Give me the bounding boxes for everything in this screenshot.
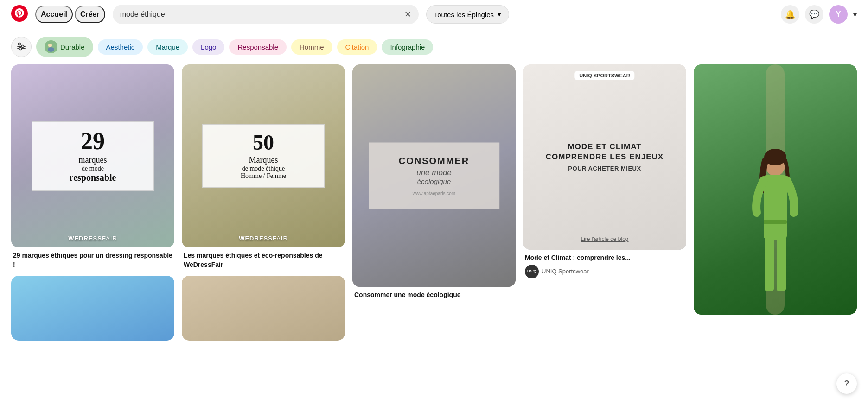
clear-icon: ✕: [404, 9, 411, 19]
chip-durable[interactable]: Durable: [36, 37, 93, 57]
svg-rect-13: [765, 236, 774, 291]
app-header: Accueil Créer ✕ Toutes les Épingles ▾ 🔔 …: [0, 0, 868, 29]
svg-point-5: [22, 45, 24, 47]
chat-icon: 💬: [809, 9, 819, 19]
pin-1-number: 29: [40, 129, 145, 153]
search-bar: ✕: [113, 5, 419, 24]
pin-2-title: Les marques éthiques et éco-reponsables …: [184, 251, 343, 269]
pin-card-2[interactable]: 50 Marques de mode éthique Homme / Femme…: [182, 64, 345, 341]
chip-homme-label: Homme: [300, 43, 324, 51]
pin-4-badge: UNIQ SPORTSWEAR: [574, 71, 634, 80]
chip-logo-label: Logo: [201, 43, 216, 51]
svg-point-9: [48, 47, 54, 52]
account-chevron-icon: ▾: [853, 10, 857, 19]
pin-4-overlay: MODE ET CLIMAT COMPRENDRE LES ENJEUX POU…: [535, 142, 674, 172]
svg-rect-14: [777, 236, 786, 291]
svg-point-8: [48, 44, 52, 47]
pin-1-title: 29 marques éthiques pour un dressing res…: [13, 251, 172, 269]
pin-partial-2[interactable]: [182, 276, 345, 341]
pin-3-overlay: CONSOMMER une mode écologique www.aptaep…: [369, 143, 499, 209]
dropdown-chevron-icon: ▾: [498, 10, 501, 19]
pin-card-4[interactable]: UNIQ SPORTSWEAR MODE ET CLIMAT COMPRENDR…: [523, 64, 686, 279]
svg-point-4: [19, 43, 21, 45]
main-nav: Accueil Créer: [35, 6, 105, 23]
chip-infographie[interactable]: Infographie: [382, 39, 433, 55]
chip-durable-image: [45, 40, 57, 53]
user-avatar-button[interactable]: Y: [829, 5, 848, 24]
search-input[interactable]: [120, 10, 401, 19]
pin-2-line2: de mode éthique: [211, 165, 316, 172]
pin-2-line1: Marques: [211, 155, 316, 165]
pin-card-1[interactable]: 29 marques de mode responsable WEDRESSFA…: [11, 64, 174, 341]
pin-4-sub2: POUR ACHETER MIEUX: [535, 165, 674, 172]
bell-icon: 🔔: [785, 9, 795, 19]
chip-responsable[interactable]: Responsable: [229, 39, 287, 55]
chip-citation[interactable]: Citation: [337, 39, 377, 55]
sliders-icon: [17, 42, 26, 52]
chip-citation-label: Citation: [345, 43, 369, 51]
pin-4-title-cap: Mode et Climat : comprendre les...: [525, 253, 684, 263]
pin-card-3[interactable]: CONSOMMER une mode écologique www.aptaep…: [352, 64, 516, 301]
pin-card-5[interactable]: [694, 64, 857, 315]
pin-4-author-avatar: UN/Q: [525, 265, 539, 278]
chip-aesthetic[interactable]: Aesthetic: [98, 39, 143, 55]
chip-aesthetic-label: Aesthetic: [106, 43, 135, 51]
pin-4-title: MODE ET CLIMAT: [535, 142, 674, 152]
pin-1-line2: de mode: [40, 165, 145, 172]
pinterest-logo[interactable]: [11, 5, 28, 24]
pin-3-caption: Consommer une mode écologique: [352, 287, 516, 301]
pin-3-sub2: écologique: [379, 177, 489, 185]
header-icons: 🔔 💬 Y ▾: [781, 5, 857, 24]
pin-1-overlay: 29 marques de mode responsable: [32, 121, 154, 191]
chip-marque-label: Marque: [156, 43, 179, 51]
filter-dropdown-button[interactable]: Toutes les Épingles ▾: [426, 5, 509, 24]
filter-settings-button[interactable]: [11, 37, 32, 57]
chip-marque[interactable]: Marque: [147, 39, 188, 55]
pin-partial-1[interactable]: [11, 276, 174, 341]
pin-2-line3: Homme / Femme: [211, 172, 316, 180]
nav-creer[interactable]: Créer: [75, 6, 105, 23]
svg-rect-12: [764, 175, 787, 240]
filter-bar: Durable Aesthetic Marque Logo Responsabl…: [0, 29, 868, 64]
notifications-button[interactable]: 🔔: [781, 5, 799, 24]
pin-4-author-name: UNIQ Sportswear: [542, 268, 589, 275]
nav-accueil[interactable]: Accueil: [35, 6, 73, 23]
avatar-label: Y: [836, 10, 841, 19]
lire-article-button[interactable]: Lire l'article de blog: [581, 236, 628, 242]
pin-1-watermark: WEDRESSFAIR: [11, 235, 174, 242]
pin-1-line1: marques: [40, 155, 145, 165]
chip-responsable-label: Responsable: [237, 43, 278, 51]
pin-2-number: 50: [211, 132, 316, 153]
svg-rect-15: [764, 220, 787, 224]
pin-1-caption: 29 marques éthiques pour un dressing res…: [11, 247, 174, 270]
pin-3-title-cap: Consommer une mode écologique: [354, 291, 514, 300]
clear-search-button[interactable]: ✕: [404, 9, 411, 19]
chip-infographie-label: Infographie: [390, 43, 425, 51]
filter-dropdown-label: Toutes les Épingles: [434, 11, 494, 19]
chip-logo[interactable]: Logo: [192, 39, 224, 55]
pins-grid: 29 marques de mode responsable WEDRESSFA…: [0, 64, 868, 352]
pin-4-caption: Mode et Climat : comprendre les... UN/Q …: [523, 250, 686, 279]
pin-4-sub1: COMPRENDRE LES ENJEUX: [535, 152, 674, 163]
messages-button[interactable]: 💬: [805, 5, 823, 24]
pin-3-url: www.aptaeparis.com: [379, 191, 489, 196]
chip-durable-label: Durable: [60, 43, 85, 51]
pin-2-overlay: 50 Marques de mode éthique Homme / Femme: [202, 124, 325, 188]
pin-3-sub: une mode: [379, 168, 489, 177]
pin-2-watermark: WEDRESSFAIR: [182, 235, 345, 242]
chip-homme[interactable]: Homme: [291, 39, 332, 55]
svg-point-6: [19, 47, 22, 50]
pin-3-title: CONSOMMER: [379, 156, 489, 166]
pin-1-line3: responsable: [40, 172, 145, 183]
pin-4-author: UN/Q UNIQ Sportswear: [525, 265, 684, 278]
pin-2-caption: Les marques éthiques et éco-reponsables …: [182, 247, 345, 270]
